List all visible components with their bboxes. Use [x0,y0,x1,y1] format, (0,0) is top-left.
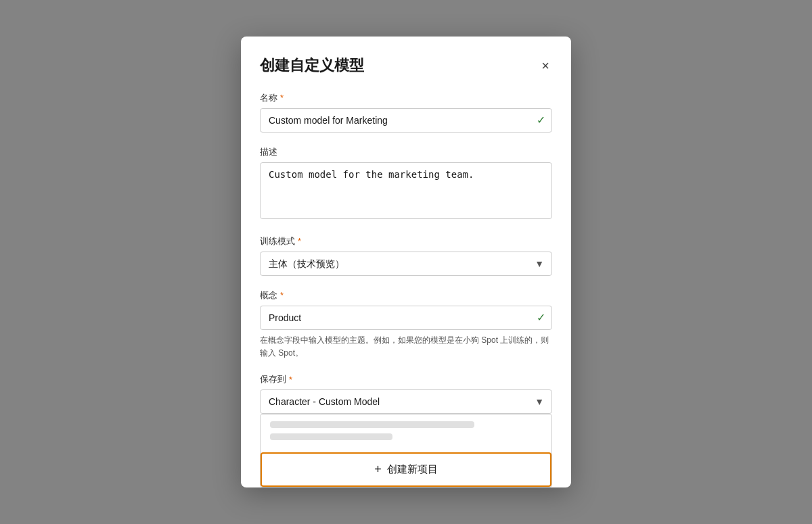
description-label: 描述 [260,146,552,158]
name-field-group: 名称 * ✓ [260,92,552,133]
dropdown-items [261,414,551,452]
concept-label: 概念 * [260,289,552,302]
save-to-select-wrapper: Character - Custom Model ▼ [260,389,552,414]
concept-check-icon: ✓ [537,311,545,324]
close-button[interactable]: × [539,56,552,75]
training-mode-select-wrapper: 主体（技术预览） ▼ [260,252,552,276]
concept-required-star: * [280,290,284,300]
name-input[interactable] [260,108,552,133]
concept-input-wrapper: ✓ [260,306,552,330]
training-mode-select[interactable]: 主体（技术预览） [260,252,552,276]
save-to-select[interactable]: Character - Custom Model [260,389,552,414]
dropdown-panel: + 创建新项目 [260,414,552,487]
modal-body: 名称 * ✓ 描述 Custom model for the marketing… [241,87,571,487]
plus-icon: + [374,462,382,477]
training-mode-field-group: 训练模式 * 主体（技术预览） ▼ [260,235,552,276]
training-mode-label: 训练模式 * [260,235,552,247]
description-field-group: 描述 Custom model for the marketing team. [260,146,552,222]
modal-header: 创建自定义模型 × [241,37,571,87]
save-to-required-star: * [289,375,292,385]
save-to-label: 保存到 * [260,373,552,385]
create-new-label: 创建新项目 [387,463,438,476]
dropdown-item-placeholder-2[interactable] [270,433,392,440]
save-to-field-group: 保存到 * Character - Custom Model ▼ [260,373,552,414]
name-label: 名称 * [260,92,552,104]
name-check-icon: ✓ [537,114,545,126]
dropdown-item-placeholder-1[interactable] [270,421,474,428]
concept-field-group: 概念 * ✓ 在概念字段中输入模型的主题。例如，如果您的模型是在小狗 Spot … [260,289,552,360]
name-required-star: * [280,93,284,103]
modal-dialog: 创建自定义模型 × 名称 * ✓ 描述 Custom model for the… [241,37,571,487]
description-input[interactable]: Custom model for the marketing team. [260,162,552,219]
concept-input[interactable] [260,306,552,330]
create-new-button[interactable]: + 创建新项目 [261,452,551,487]
concept-hint-text: 在概念字段中输入模型的主题。例如，如果您的模型是在小狗 Spot 上训练的，则输… [260,334,552,360]
name-input-wrapper: ✓ [260,108,552,133]
modal-title: 创建自定义模型 [260,55,364,76]
training-mode-required-star: * [298,236,301,246]
